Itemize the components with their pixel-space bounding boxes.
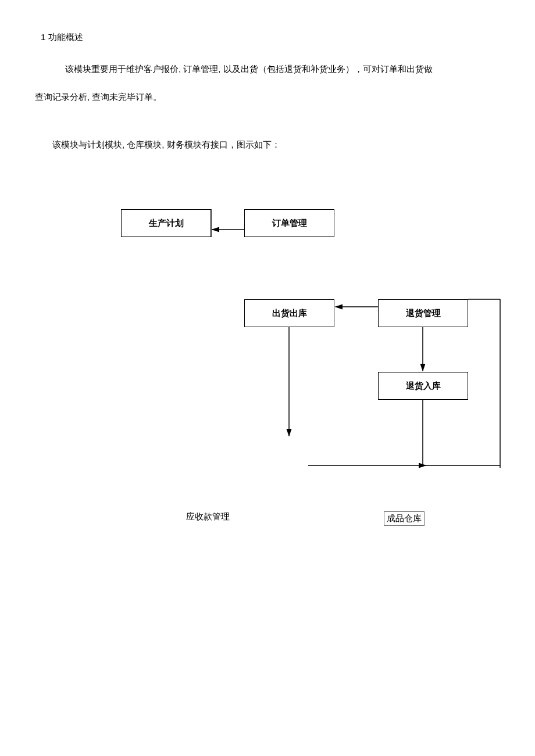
section-heading: 1 功能概述 xyxy=(41,32,83,43)
node-production-plan: 生产计划 xyxy=(121,209,211,237)
node-return-mgmt: 退货管理 xyxy=(378,299,468,327)
diagram-connectors xyxy=(35,192,512,523)
node-order-mgmt: 订单管理 xyxy=(244,209,334,237)
node-ship-out: 出货出库 xyxy=(244,299,334,327)
paragraph-1b: 查询记录分析, 查询未完毕订单。 xyxy=(35,92,162,103)
flow-diagram: 生产计划 订单管理 出货出库 退货管理 退货入库 应收款管理 成品仓库 xyxy=(35,192,512,523)
label-receivable: 应收款管理 xyxy=(186,511,230,522)
paragraph-1a: 该模块重要用于维护客户报价, 订单管理, 以及出货（包括退货和补货业务），可对订… xyxy=(65,61,433,77)
label-finished-warehouse: 成品仓库 xyxy=(384,511,425,526)
paragraph-2: 该模块与计划模块, 仓库模块, 财务模块有接口，图示如下： xyxy=(52,139,280,151)
node-return-in: 退货入库 xyxy=(378,372,468,400)
